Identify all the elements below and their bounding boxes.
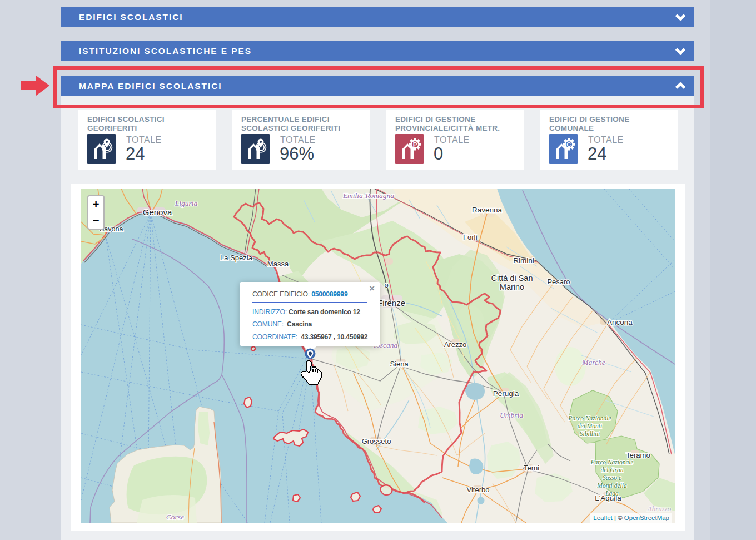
svg-text:Umbria: Umbria — [500, 411, 523, 419]
svg-text:Perugia: Perugia — [493, 389, 519, 398]
svg-text:Siena: Siena — [390, 360, 409, 368]
svg-text:C: C — [566, 141, 571, 148]
svg-text:del Gran: del Gran — [600, 467, 623, 473]
svg-text:Ravenna: Ravenna — [472, 206, 503, 214]
svg-text:Parco Nazionale: Parco Nazionale — [568, 415, 611, 422]
svg-text:Città di San: Città di San — [491, 274, 533, 283]
svg-text:Corse: Corse — [166, 513, 184, 521]
svg-text:Sibillini: Sibillini — [580, 430, 600, 437]
svg-text:Massa: Massa — [267, 260, 289, 268]
svg-text:Forlì: Forlì — [463, 233, 478, 241]
svg-text:Viterbo: Viterbo — [467, 485, 490, 494]
svg-text:Rimini: Rimini — [513, 256, 534, 265]
svg-text:Monti della: Monti della — [596, 482, 627, 489]
svg-text:Arezzo: Arezzo — [444, 340, 466, 349]
svg-text:Terni: Terni — [524, 464, 539, 472]
svg-text:Firenze: Firenze — [377, 298, 405, 308]
svg-text:Teramo: Teramo — [626, 451, 650, 459]
svg-text:Genova: Genova — [143, 207, 172, 217]
svg-text:Ancona: Ancona — [607, 318, 633, 326]
svg-text:Emilia-Romagna: Emilia-Romagna — [342, 191, 394, 200]
svg-text:Abruzzo: Abruzzo — [647, 504, 672, 513]
svg-text:dei Monti: dei Monti — [578, 423, 602, 429]
svg-text:Liguria: Liguria — [175, 199, 198, 207]
svg-text:P: P — [413, 141, 417, 148]
svg-text:Grosseto: Grosseto — [362, 437, 391, 445]
svg-text:Parco Nazionale: Parco Nazionale — [590, 459, 633, 465]
svg-text:Marche: Marche — [581, 358, 605, 366]
svg-text:Laga: Laga — [605, 490, 619, 497]
svg-text:Pesaro: Pesaro — [547, 278, 570, 286]
svg-text:Sasso e: Sasso e — [603, 474, 621, 481]
svg-text:La Spezia: La Spezia — [220, 254, 253, 262]
svg-text:Marino: Marino — [500, 283, 524, 291]
svg-text:o: o — [384, 281, 388, 289]
